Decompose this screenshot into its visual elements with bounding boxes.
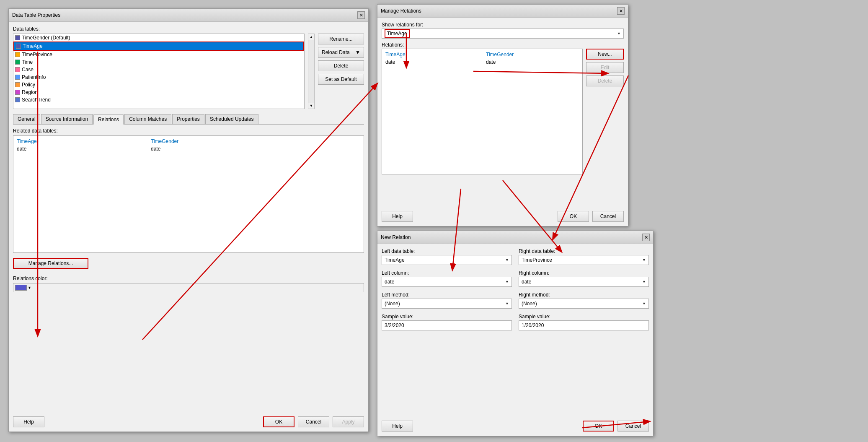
list-item[interactable]: PatientInfo bbox=[13, 73, 304, 81]
left-column-dropdown[interactable]: date ▼ bbox=[382, 277, 512, 287]
right-sample-section: Sample value: bbox=[519, 314, 649, 330]
color-indicator bbox=[16, 44, 21, 49]
manage-rel-col-timegender: TimeGender bbox=[486, 52, 578, 57]
list-item[interactable]: Policy bbox=[13, 81, 304, 88]
right-col-arrow: ▼ bbox=[642, 280, 646, 284]
list-item[interactable]: Case bbox=[13, 66, 304, 73]
tab-source-information[interactable]: Source Information bbox=[41, 114, 93, 124]
relations-tab-content: Related data tables: TimeAge TimeGender … bbox=[13, 128, 364, 292]
relation-val-date1: date bbox=[17, 146, 142, 152]
show-relations-arrow: ▼ bbox=[617, 31, 621, 36]
tab-relations[interactable]: Relations bbox=[93, 114, 124, 125]
list-item[interactable]: Time bbox=[13, 58, 304, 66]
rename-button[interactable]: Rename... bbox=[318, 34, 364, 44]
manage-relations-titlebar: Manage Relations ✕ bbox=[377, 5, 628, 18]
right-data-table-label: Right data table: bbox=[519, 248, 649, 254]
columns-row: Left column: date ▼ Right column: date ▼ bbox=[382, 270, 649, 287]
data-tables-listbox[interactable]: TimeGender (Default) TimeAge TimeProvinc… bbox=[13, 34, 305, 109]
delete-button[interactable]: Delete bbox=[318, 60, 364, 71]
new-relation-footer: Help OK Cancel bbox=[382, 421, 649, 432]
color-indicator bbox=[15, 97, 20, 102]
list-item-label: Case bbox=[22, 67, 34, 73]
manage-relations-button[interactable]: Manage Relations... bbox=[13, 258, 88, 269]
new-relation-help[interactable]: Help bbox=[382, 421, 413, 432]
new-relation-content: Left data table: TimeAge ▼ Right data ta… bbox=[377, 244, 653, 340]
tab-scheduled-updates[interactable]: Scheduled Updates bbox=[205, 114, 258, 124]
left-data-table-section: Left data table: TimeAge ▼ bbox=[382, 248, 512, 265]
new-relation-button[interactable]: New... bbox=[586, 49, 624, 60]
manage-relations-content: Show relations for: TimeAge ▼ Relations:… bbox=[377, 18, 628, 182]
reload-dropdown-arrow: ▼ bbox=[355, 49, 360, 55]
right-sample-input[interactable] bbox=[519, 320, 649, 330]
ok-button[interactable]: OK bbox=[263, 416, 294, 427]
list-item-label: Policy bbox=[22, 82, 35, 88]
data-table-properties-titlebar: Data Table Properties ✕ bbox=[9, 9, 368, 22]
list-item[interactable]: TimeAge bbox=[13, 42, 304, 51]
color-indicator bbox=[15, 67, 20, 72]
left-dt-arrow: ▼ bbox=[505, 258, 509, 262]
left-sample-input[interactable] bbox=[382, 320, 512, 330]
right-method-label: Right method: bbox=[519, 292, 649, 298]
manage-relations-close[interactable]: ✕ bbox=[617, 7, 625, 15]
sample-values-row: Sample value: Sample value: bbox=[382, 314, 649, 330]
manage-relations-dialog: Manage Relations ✕ Show relations for: T… bbox=[377, 4, 628, 226]
new-relation-close[interactable]: ✕ bbox=[642, 234, 650, 241]
set-as-default-button[interactable]: Set as Default bbox=[318, 74, 364, 85]
new-relation-titlebar: New Relation ✕ bbox=[377, 231, 653, 244]
relation-val-date2: date bbox=[151, 146, 276, 152]
data-tables-section: Data tables: TimeGender (Default) TimeAg… bbox=[13, 26, 364, 109]
manage-relations-cancel[interactable]: Cancel bbox=[592, 211, 624, 222]
tab-properties[interactable]: Properties bbox=[172, 114, 204, 124]
left-method-dropdown[interactable]: (None) ▼ bbox=[382, 299, 512, 309]
help-button[interactable]: Help bbox=[13, 416, 44, 427]
manage-relations-ok[interactable]: OK bbox=[558, 211, 589, 222]
new-relation-ok[interactable]: OK bbox=[583, 421, 614, 432]
left-method-arrow: ▼ bbox=[505, 302, 509, 306]
manage-relations-help[interactable]: Help bbox=[382, 211, 413, 222]
left-method-value: (None) bbox=[385, 301, 400, 307]
list-item-label: TimeGender (Default) bbox=[22, 35, 70, 41]
right-column-dropdown[interactable]: date ▼ bbox=[519, 277, 649, 287]
left-col-arrow: ▼ bbox=[505, 280, 509, 284]
left-column-label: Left column: bbox=[382, 270, 512, 276]
right-method-arrow: ▼ bbox=[642, 302, 646, 306]
cancel-button[interactable]: Cancel bbox=[298, 416, 329, 427]
listbox-scrollbar[interactable]: ▲ ▼ bbox=[308, 34, 315, 109]
list-item-label: SearchTrend bbox=[22, 97, 51, 103]
methods-row: Left method: (None) ▼ Right method: (Non… bbox=[382, 292, 649, 309]
delete-relation-button[interactable]: Delete bbox=[586, 75, 624, 86]
data-table-properties-close[interactable]: ✕ bbox=[357, 11, 365, 19]
left-column-value: date bbox=[385, 279, 394, 285]
relations-label: Relations: bbox=[382, 42, 624, 48]
list-item[interactable]: SearchTrend bbox=[13, 96, 304, 104]
relations-color-section: Relations color: ▼ bbox=[13, 276, 364, 292]
color-indicator bbox=[15, 52, 20, 57]
left-data-table-dropdown[interactable]: TimeAge ▼ bbox=[382, 255, 512, 265]
manage-relations-footer: Help OK Cancel bbox=[382, 211, 624, 222]
color-swatch bbox=[15, 285, 27, 291]
apply-button[interactable]: Apply bbox=[333, 416, 364, 427]
manage-relations-section: Manage Relations... bbox=[13, 258, 364, 269]
relation-col-timeage: TimeAge bbox=[17, 138, 142, 144]
edit-relation-button[interactable]: Edit bbox=[586, 62, 624, 73]
left-sample-section: Sample value: bbox=[382, 314, 512, 330]
manage-relation-data: date date bbox=[384, 58, 581, 66]
right-data-table-dropdown[interactable]: TimeProvince ▼ bbox=[519, 255, 649, 265]
dialog-footer: Help OK Cancel Apply bbox=[13, 416, 364, 427]
list-item[interactable]: TimeGender (Default) bbox=[13, 34, 304, 42]
list-item[interactable]: Region bbox=[13, 88, 304, 96]
right-method-dropdown[interactable]: (None) ▼ bbox=[519, 299, 649, 309]
left-data-table-value: TimeAge bbox=[385, 257, 405, 263]
color-picker-button[interactable]: ▼ bbox=[13, 283, 364, 292]
left-column-section: Left column: date ▼ bbox=[382, 270, 512, 287]
list-item[interactable]: TimeProvince bbox=[13, 51, 304, 58]
color-indicator bbox=[15, 82, 20, 87]
left-sample-label: Sample value: bbox=[382, 314, 512, 320]
tab-column-matches[interactable]: Column Matches bbox=[124, 114, 171, 124]
new-relation-cancel[interactable]: Cancel bbox=[617, 421, 649, 432]
reload-data-button[interactable]: Reload Data ▼ bbox=[318, 47, 364, 58]
right-column-label: Right column: bbox=[519, 270, 649, 276]
tab-general[interactable]: General bbox=[13, 114, 40, 124]
manage-rel-val-date2: date bbox=[486, 59, 578, 65]
show-relations-dropdown[interactable]: TimeAge ▼ bbox=[382, 29, 624, 39]
